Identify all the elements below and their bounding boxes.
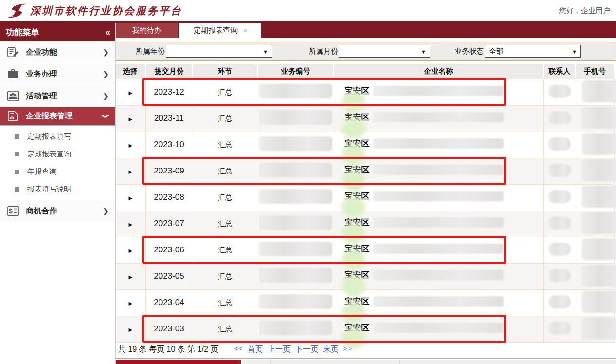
sidebar-subitem[interactable]: 年报查询 <box>0 163 115 180</box>
company-name-redacted <box>373 244 504 254</box>
table-row[interactable]: ▶2023-06汇总宝安区 <box>116 237 614 263</box>
bottom-panel-cell <box>400 360 574 364</box>
sidebar-collapse-button[interactable]: « <box>105 27 109 38</box>
phone-redacted <box>582 107 616 129</box>
company-name-cell: 宝安区 <box>334 105 543 132</box>
table-row[interactable]: ▶2023-07汇总宝安区 <box>116 211 614 237</box>
column-header: 联系人 <box>543 64 576 79</box>
page-link[interactable]: 末页 <box>323 345 338 355</box>
select-cell: ▶ <box>116 184 145 211</box>
filter-select-2[interactable]: ▼ <box>339 45 430 58</box>
business-number-redacted <box>259 84 332 98</box>
page-link[interactable]: << <box>234 345 243 355</box>
phone-redacted <box>582 317 616 339</box>
stage-cell: 汇总 <box>193 316 258 342</box>
table-row[interactable]: ▶2023-08汇总宝安区 <box>116 184 614 211</box>
redaction-stamp-blob <box>342 117 365 139</box>
table-row[interactable]: ▶2023-11汇总宝安区 <box>116 105 614 132</box>
table-row[interactable]: ▶2023-03汇总宝安区 <box>116 316 614 342</box>
stage-cell: 汇总 <box>193 132 258 158</box>
brand-title: 深圳市软件行业协会服务平台 <box>30 4 182 18</box>
business-number-redacted <box>259 294 332 309</box>
tab-定期报表查询[interactable]: 定期报表查询× <box>179 23 261 38</box>
filter-select-1[interactable]: ▼ <box>166 45 272 58</box>
page-link[interactable]: 下一页 <box>295 345 318 355</box>
expand-arrow-icon[interactable]: ▶ <box>128 116 132 122</box>
tab-label: 定期报表查询 <box>194 26 238 35</box>
business-number-redacted <box>259 163 332 177</box>
business-number-cell <box>258 289 334 316</box>
sidebar-item-3[interactable]: 活动管理❯ <box>0 85 115 107</box>
screen: 深圳市软件行业协会服务平台 您好，企业用户 功能菜单 « 企业功能❯业务办理❯活… <box>0 0 616 364</box>
table-row[interactable]: ▶2023-12汇总宝安区 <box>116 79 614 105</box>
table-row[interactable]: ▶2023-09汇总宝安区 <box>116 158 614 184</box>
company-name-redacted <box>373 323 504 333</box>
chevron-down-icon: ▼ <box>421 49 426 55</box>
select-cell: ▶ <box>116 289 145 316</box>
expand-arrow-icon[interactable]: ▶ <box>128 301 132 306</box>
expand-arrow-icon[interactable]: ▶ <box>128 274 132 280</box>
sidebar-nav: 企业功能❯业务办理❯活动管理❯企业报表管理❯定期报表填写定期报表查询年报查询报表… <box>0 41 115 222</box>
company-line: 宝安区 <box>345 296 543 307</box>
expand-arrow-icon[interactable]: ▶ <box>128 90 132 96</box>
expand-arrow-icon[interactable]: ▶ <box>128 327 132 332</box>
contact-cell <box>543 211 576 237</box>
bottom-panel-selected-block[interactable] <box>116 360 241 364</box>
report-table-wrap: 选择提交月份环节业务编号企业名称联系人手机号 ▶2023-12汇总宝安区▶202… <box>116 64 616 343</box>
submit-month-cell: 2023-05 <box>145 263 193 289</box>
tab-close-icon[interactable]: × <box>243 27 247 34</box>
expand-arrow-icon[interactable]: ▶ <box>128 222 132 227</box>
sidebar-subitem-label: 报表填写说明 <box>27 185 71 194</box>
filter-select-3[interactable]: 全部▼ <box>485 45 581 58</box>
sidebar-item-1[interactable]: 企业功能❯ <box>0 41 115 63</box>
company-name-redacted <box>373 165 504 175</box>
sidebar-subitem[interactable]: 定期报表填写 <box>0 128 115 145</box>
sidebar-subitem-label: 定期报表填写 <box>27 132 71 141</box>
sidebar-item-5[interactable]: $商机合作❯ <box>0 200 115 222</box>
page-link[interactable]: 上一页 <box>267 345 291 355</box>
phone-cell <box>576 79 614 105</box>
bullet-icon <box>15 152 19 156</box>
chevron-right-icon: ❯ <box>103 92 109 100</box>
company-name-redacted <box>373 112 504 122</box>
phone-redacted <box>582 212 616 234</box>
select-cell: ▶ <box>116 79 145 105</box>
sidebar-item-label: 企业功能 <box>26 47 103 57</box>
expand-arrow-icon[interactable]: ▶ <box>128 143 132 148</box>
business-number-cell <box>258 263 334 289</box>
bottom-panel-strip <box>116 358 616 364</box>
dollar-document-icon: $ <box>6 205 20 217</box>
expand-arrow-icon[interactable]: ▶ <box>128 195 132 201</box>
sidebar-item-2[interactable]: 业务办理❯ <box>0 63 115 85</box>
briefcase-icon <box>6 68 20 80</box>
sidebar-item-label: 企业报表管理 <box>26 111 103 121</box>
redaction-stamp-blob <box>342 196 365 218</box>
sidebar-item-4[interactable]: 企业报表管理❯ <box>0 107 115 126</box>
bullet-icon <box>15 170 19 174</box>
company-name-cell: 宝安区 <box>334 79 543 105</box>
table-row[interactable]: ▶2023-04汇总宝安区 <box>116 289 614 316</box>
sidebar-subitem-label: 定期报表查询 <box>27 150 71 159</box>
sidebar-subitem[interactable]: 定期报表查询 <box>0 145 115 163</box>
page-link[interactable]: 首页 <box>247 345 263 355</box>
sidebar-item-label: 业务办理 <box>26 69 103 79</box>
contact-cell <box>543 237 576 263</box>
sidebar-subitem-label: 年报查询 <box>27 167 57 176</box>
sidebar-title: 功能菜单 <box>6 27 39 38</box>
company-name-cell: 宝安区 <box>334 211 543 237</box>
svg-text:$: $ <box>9 207 13 215</box>
table-row[interactable]: ▶2023-05汇总宝安区 <box>116 263 614 289</box>
pagination-summary: 共 19 条 每页 10 条 第 1/2 页 <box>118 345 218 355</box>
expand-arrow-icon[interactable]: ▶ <box>128 248 132 253</box>
tab-我的待办[interactable]: 我的待办 <box>116 23 179 38</box>
business-number-redacted <box>259 242 332 256</box>
redaction-stamp-blob <box>342 170 365 192</box>
filter-label: 所属年份 <box>136 47 165 56</box>
company-name-redacted <box>373 191 504 201</box>
business-number-redacted <box>259 215 332 230</box>
sidebar-subitem[interactable]: 报表填写说明 <box>0 180 115 198</box>
company-line: 宝安区 <box>345 217 543 228</box>
table-row[interactable]: ▶2023-10汇总宝安区 <box>116 132 614 158</box>
expand-arrow-icon[interactable]: ▶ <box>128 169 132 174</box>
business-number-redacted <box>259 136 332 151</box>
